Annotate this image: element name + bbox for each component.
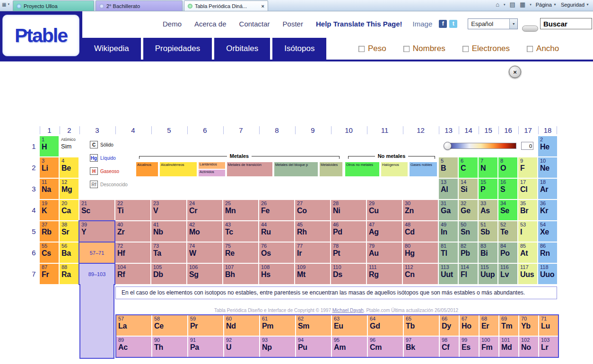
element-Th[interactable]: 90Th (152, 337, 187, 357)
element-Cm[interactable]: 96Cm (368, 337, 403, 357)
element-Am[interactable]: 95Am (332, 337, 367, 357)
element-Sc[interactable]: 21Sc (79, 200, 114, 220)
element-Pt[interactable]: 78Pt (331, 243, 366, 263)
home-caret-icon[interactable]: ▾ (504, 3, 506, 7)
command-pagina[interactable]: Página ▼ (536, 2, 557, 8)
element-I[interactable]: 53I (518, 221, 537, 242)
element-Re[interactable]: 75Re (223, 243, 258, 263)
element-At[interactable]: 85At (518, 243, 537, 263)
toggle-electrones[interactable]: Electrones (462, 44, 510, 53)
element-V[interactable]: 23V (151, 200, 186, 220)
element-Uup[interactable]: 115Uup (479, 264, 497, 284)
element-Pb[interactable]: 82Pb (459, 243, 478, 263)
element-Ir[interactable]: 77Ir (295, 243, 330, 263)
element-Y[interactable]: 39Y (79, 221, 114, 242)
category-metales-transicion[interactable]: Metales de transición (227, 162, 272, 176)
element-K[interactable]: 19K (40, 200, 59, 220)
element-Hf[interactable]: 72Hf (115, 243, 150, 263)
element-Bh[interactable]: 107Bh (223, 264, 258, 284)
element-He[interactable]: 2He (538, 136, 557, 156)
element-Fl[interactable]: 114Fl (459, 264, 478, 284)
element-Uuo[interactable]: 118Uuo (538, 264, 557, 284)
tab-orbitales[interactable]: Orbitales (214, 38, 270, 60)
element-Np[interactable]: 93Np (260, 337, 295, 357)
element-Rh[interactable]: 45Rh (295, 221, 330, 242)
category-metaloides[interactable]: Metaloides (320, 162, 342, 176)
element-Db[interactable]: 105Db (151, 264, 186, 284)
element-Eu[interactable]: 63Eu (332, 315, 367, 336)
element-In[interactable]: 49In (439, 221, 458, 242)
element-Ga[interactable]: 31Ga (439, 200, 458, 220)
element-Be[interactable]: 4Be (60, 157, 78, 178)
element-B[interactable]: 5B (439, 157, 458, 178)
close-panel-button[interactable]: × (509, 66, 521, 78)
element-Ta[interactable]: 73Ta (151, 243, 186, 263)
feeds-icon[interactable]: ▤ (510, 1, 515, 8)
element-Nd[interactable]: 60Nd (224, 315, 259, 336)
twitter-icon[interactable]: t (449, 20, 457, 28)
nav-demo[interactable]: Demo (163, 20, 182, 28)
element-Br[interactable]: 35Br (518, 200, 537, 220)
element-O[interactable]: 8O (498, 157, 517, 178)
category-alcalinos[interactable]: Alcalinos (136, 162, 158, 176)
tab-wikipedia[interactable]: Wikipedia (82, 38, 141, 60)
quick-tabs-icon[interactable]: ▦ (2, 2, 6, 7)
command-seguridad[interactable]: Seguridad ▼ (561, 2, 589, 8)
element-N[interactable]: 7N (479, 157, 497, 178)
print-caret-icon[interactable]: ▾ (530, 3, 532, 7)
element-Bi[interactable]: 83Bi (479, 243, 497, 263)
temperature-input[interactable] (521, 142, 533, 150)
element-Lr[interactable]: 103Lr (539, 337, 558, 357)
element-Tb[interactable]: 65Tb (404, 315, 439, 336)
element-Pr[interactable]: 59Pr (188, 315, 223, 336)
element-Ce[interactable]: 58Ce (152, 315, 187, 336)
element-Tc[interactable]: 43Tc (223, 221, 258, 242)
nav-poster[interactable]: Poster (283, 20, 303, 28)
nav-contactar[interactable]: Contactar (239, 20, 270, 28)
element-Dy[interactable]: 66Dy (440, 315, 459, 336)
element-Ds[interactable]: 110Ds (331, 264, 366, 284)
toggle-peso[interactable]: Peso (358, 44, 386, 53)
language-select[interactable]: Español ▼ (468, 18, 518, 29)
element-Os[interactable]: 76Os (259, 243, 294, 263)
element-Cu[interactable]: 29Cu (367, 200, 402, 220)
element-Tm[interactable]: 69Tm (499, 315, 518, 336)
element-Cd[interactable]: 48Cd (403, 221, 438, 242)
category-metales-bloque-p[interactable]: Metales del bloque p (274, 162, 318, 176)
element-Lv[interactable]: 116Lv (498, 264, 517, 284)
element-Sb[interactable]: 51Sb (479, 221, 497, 242)
element-Cr[interactable]: 24Cr (187, 200, 222, 220)
element-Hg[interactable]: 80Hg (403, 243, 438, 263)
element-Ba[interactable]: 56Ba (60, 243, 78, 263)
element-Sg[interactable]: 106Sg (187, 264, 222, 284)
element-Sn[interactable]: 50Sn (459, 221, 478, 242)
element-Ca[interactable]: 20Ca (60, 200, 78, 220)
element-Uut[interactable]: 113Uut (439, 264, 458, 284)
element-Xe[interactable]: 54Xe (538, 221, 557, 242)
element-Yb[interactable]: 70Yb (519, 315, 538, 336)
category-lantanidos[interactable]: Lantánidos (199, 162, 225, 169)
element-U[interactable]: 92U (224, 337, 259, 357)
element-Co[interactable]: 27Co (295, 200, 330, 220)
slider-thumb[interactable] (444, 142, 452, 150)
element-Fr[interactable]: 87Fr (40, 264, 59, 284)
category-actinidos[interactable]: Actínidos (199, 170, 225, 176)
element-Ho[interactable]: 67Ho (460, 315, 479, 336)
language-go-button[interactable] (522, 26, 538, 32)
nav-acerca-de[interactable]: Acerca de (194, 20, 227, 28)
element-Ru[interactable]: 44Ru (259, 221, 294, 242)
element-P[interactable]: 15P (479, 179, 497, 199)
element-Kr[interactable]: 36Kr (538, 200, 557, 220)
ptable-logo[interactable]: Ptable (15, 25, 67, 47)
tab-propiedades[interactable]: Propiedades (143, 38, 212, 60)
element-Gd[interactable]: 64Gd (368, 315, 403, 336)
element-Pa[interactable]: 91Pa (188, 337, 223, 357)
browser-tab-bachillerato[interactable]: 2° Bachillerato (96, 0, 183, 11)
element-Hs[interactable]: 108Hs (259, 264, 294, 284)
checkbox[interactable] (527, 46, 533, 52)
element-Bk[interactable]: 97Bk (404, 337, 439, 357)
element-F[interactable]: 9F (518, 157, 537, 178)
element-Se[interactable]: 34Se (498, 200, 517, 220)
element-W[interactable]: 74W (187, 243, 222, 263)
element-Ac[interactable]: 89Ac (116, 337, 151, 357)
